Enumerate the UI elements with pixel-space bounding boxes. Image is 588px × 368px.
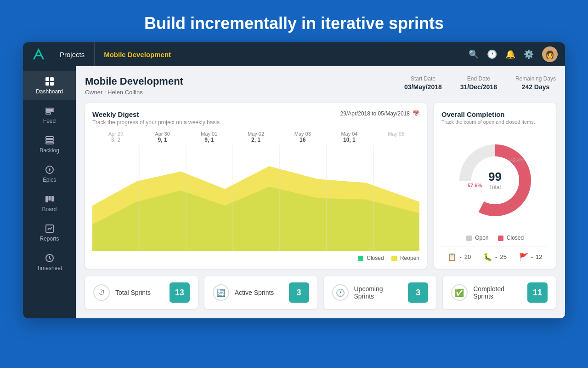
sidebar-item-reports[interactable]: Reports	[23, 218, 76, 247]
sidebar-label-timesheet: Timesheet	[37, 265, 62, 271]
x-label-may03: May 0316	[279, 131, 326, 143]
main-layout: Dashboard Feed Backlog	[23, 66, 565, 318]
bug-icon: 🐛	[483, 253, 492, 261]
x-label-may02: May 022, 1	[232, 131, 279, 143]
stat-tasks-value: 20	[464, 253, 471, 260]
end-date-label: End Date	[460, 75, 497, 82]
upcoming-sprints-value: 3	[408, 282, 428, 303]
app-container: Projects Mobile Development 🔍 🕐 🔔 ⚙️ 👩 D…	[23, 42, 565, 318]
active-sprints-icon: 🔄	[213, 284, 229, 301]
calendar-icon[interactable]: 📅	[413, 110, 419, 117]
clock-icon[interactable]: 🕐	[487, 49, 497, 59]
donut-total: 99	[488, 170, 502, 184]
project-title: Mobile Development	[85, 75, 404, 87]
donut-legend: Open Closed	[441, 235, 548, 241]
x-label-may04: May 0410, 1	[326, 131, 373, 143]
legend-open: Open	[466, 235, 489, 241]
remaining-value: 242 Days	[515, 83, 556, 91]
project-info: Mobile Development Owner : Helen Collins	[85, 75, 404, 96]
total-sprints-icon: ⏱	[93, 284, 110, 301]
remaining-days-item: Remaining Days 242 Days	[515, 75, 556, 91]
project-owner: Owner : Helen Collins	[85, 89, 404, 96]
chart-header: Weekly Digest Track the progress of your…	[92, 110, 419, 126]
stat-bugs-value: 25	[500, 253, 506, 260]
legend-closed: Closed	[358, 255, 384, 261]
svg-marker-17	[92, 166, 419, 251]
sidebar-item-backlog[interactable]: Backlog	[23, 130, 76, 159]
sidebar-label-board: Board	[42, 206, 57, 213]
sidebar-item-epics[interactable]: Epics	[23, 159, 76, 189]
chart-date-range: 29/Apr/2018 to 05/May/2018 📅	[340, 110, 419, 117]
stat-bugs: 🐛 - 25	[483, 253, 507, 261]
chart-title-group: Weekly Digest Track the progress of your…	[92, 110, 221, 126]
svg-rect-3	[50, 82, 54, 86]
chart-x-labels: Apr 293, 2 Apr 309, 1 May 019, 1 May 022…	[92, 131, 419, 143]
settings-icon[interactable]: ⚙️	[524, 49, 534, 59]
sidebar: Dashboard Feed Backlog	[23, 66, 76, 318]
legend-closed: Closed	[498, 235, 524, 241]
sprint-card-completed[interactable]: ✅ Completed Sprints 11	[443, 276, 556, 309]
donut-total-label: Total	[488, 184, 502, 190]
stat-tasks: 📋 - 20	[447, 253, 471, 261]
svg-rect-12	[48, 196, 51, 201]
chart-panel: Weekly Digest Track the progress of your…	[85, 103, 427, 269]
sidebar-label-epics: Epics	[43, 177, 56, 183]
sidebar-label-reports: Reports	[40, 236, 59, 242]
start-date-item: Start Date 03/May/2018	[404, 75, 442, 91]
svg-rect-7	[46, 137, 53, 138]
donut-title: Overall Completion	[441, 110, 548, 118]
x-label-apr30: Apr 309, 1	[139, 131, 186, 143]
upcoming-sprints-icon: 🕐	[332, 284, 349, 301]
completed-sprints-value: 11	[527, 282, 548, 303]
svg-rect-5	[46, 110, 53, 112]
chart-legend: Closed Reopen	[92, 255, 419, 261]
sidebar-label-dashboard: Dashboard	[36, 88, 63, 95]
stat-flags-value: 12	[536, 253, 542, 260]
sidebar-label-backlog: Backlog	[40, 147, 59, 154]
donut-stats: 📋 - 20 🐛 - 25 🚩 - 12	[441, 247, 548, 261]
active-sprints-label: Active Sprints	[235, 289, 283, 296]
stat-flags-sep: -	[531, 253, 533, 260]
x-label-may01: May 019, 1	[186, 131, 232, 143]
top-nav: Projects Mobile Development 🔍 🕐 🔔 ⚙️ 👩	[23, 42, 565, 66]
completed-sprints-label: Completed Sprints	[473, 285, 522, 300]
donut-subtitle: Track the count of open and closed items…	[441, 119, 548, 125]
nav-project-name: Mobile Development	[96, 51, 178, 58]
bell-icon[interactable]: 🔔	[505, 49, 515, 59]
sidebar-item-board[interactable]: Board	[23, 189, 76, 218]
sprint-card-active[interactable]: 🔄 Active Sprints 3	[204, 276, 317, 309]
svg-rect-8	[46, 139, 53, 141]
svg-rect-0	[45, 77, 49, 81]
search-icon[interactable]: 🔍	[469, 49, 479, 59]
sidebar-item-feed[interactable]: Feed	[23, 100, 76, 130]
chart-subtitle: Track the progress of your project on a …	[92, 119, 221, 126]
start-date-label: Start Date	[404, 75, 442, 82]
total-sprints-label: Total Sprints	[115, 289, 164, 296]
sidebar-item-timesheet[interactable]: Timesheet	[23, 247, 76, 277]
svg-rect-9	[46, 142, 53, 144]
sprint-card-total[interactable]: ⏱ Total Sprints 13	[85, 276, 198, 309]
avatar[interactable]: 👩	[542, 46, 558, 62]
donut-chart-wrapper: 57.6% 42.4% 99 Total	[441, 129, 548, 231]
svg-rect-2	[45, 82, 49, 86]
chart-title: Weekly Digest	[92, 110, 221, 118]
content-area: Mobile Development Owner : Helen Collins…	[76, 66, 565, 318]
svg-rect-11	[45, 196, 48, 202]
sidebar-label-feed: Feed	[43, 118, 56, 124]
sidebar-item-dashboard[interactable]: Dashboard	[23, 71, 76, 100]
project-header: Mobile Development Owner : Helen Collins…	[85, 75, 556, 96]
chart-svg-area	[92, 145, 419, 251]
stat-flags: 🚩 - 12	[519, 253, 543, 261]
svg-rect-4	[46, 108, 53, 109]
logo	[30, 46, 47, 63]
nav-projects-link[interactable]: Projects	[52, 42, 92, 66]
x-label-apr29: Apr 293, 2	[92, 131, 139, 143]
donut-panel: Overall Completion Track the count of op…	[434, 103, 556, 269]
donut-center: 99 Total	[488, 170, 502, 190]
legend-reopen: Reopen	[391, 255, 419, 261]
tasks-icon: 📋	[447, 253, 457, 261]
project-dates: Start Date 03/May/2018 End Date 31/Dec/2…	[404, 75, 556, 91]
svg-text:42.4%: 42.4%	[510, 157, 524, 163]
sprint-card-upcoming[interactable]: 🕐 Upcoming Sprints 3	[324, 276, 437, 309]
end-date-value: 31/Dec/2018	[460, 83, 497, 91]
